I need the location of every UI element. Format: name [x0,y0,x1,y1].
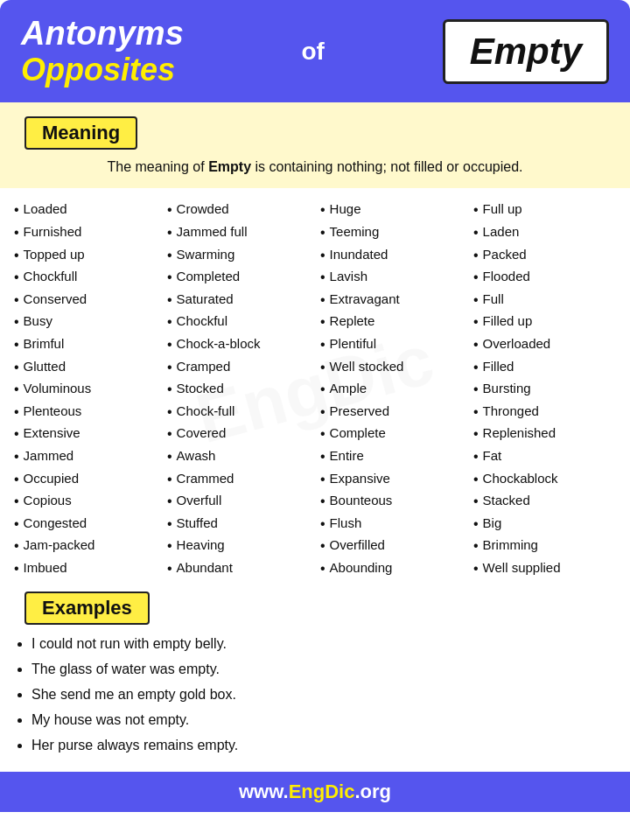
list-item: •Fat [473,445,616,468]
bullet: • [473,535,479,557]
bullet: • [320,333,326,356]
list-item: •Congested [14,513,157,536]
list-item: •Bounteous [320,490,463,513]
list-item: •Chockfull [14,266,157,289]
bullet: • [473,378,479,401]
word-text: Full up [483,199,522,220]
list-item: •Filled [473,356,616,379]
bullet: • [320,289,326,312]
list-item: •Cramped [167,356,310,379]
list-item: •Plentiful [320,333,463,356]
bullet: • [320,468,326,491]
word-text: Full [483,289,504,310]
word-text: Voluminous [24,378,92,399]
list-item: •Crammed [167,468,310,491]
list-item: •Extravagant [320,289,463,312]
meaning-text: The meaning of Empty is containing nothi… [0,150,630,188]
list-item: •Crowded [167,199,310,221]
word-text: Copious [24,490,72,511]
bullet: • [473,289,479,312]
word-text: Completed [177,266,241,287]
word-text: Laden [483,221,520,242]
bullet: • [14,311,19,333]
word-text: Extensive [24,423,80,444]
word-text: Chockful [177,311,228,332]
word-text: Brimful [24,333,65,354]
header-antonyms: Antonyms [21,16,184,52]
list-item: •Flush [320,513,463,536]
word-text: Overfilled [330,535,385,556]
examples-section: Examples I could not run with empty bell… [0,584,630,766]
word-text: Stocked [177,378,224,399]
bullet: • [473,401,479,424]
bullet: • [14,221,19,244]
bullet: • [167,199,172,221]
list-item: •Filled up [473,311,616,333]
list-item: •Conserved [14,289,157,312]
word-text: Stuffed [177,513,218,534]
word-text: Congested [24,513,88,534]
list-item: •Chock-full [167,401,310,424]
word-list-area: EngDic •Loaded•Furnished•Topped up•Chock… [0,193,630,584]
word-text: Inundated [330,244,388,265]
word-text: Flooded [483,266,530,287]
word-text: Furnished [24,221,82,242]
word-column-2: •Huge•Teeming•Inundated•Lavish•Extravaga… [315,197,468,581]
word-text: Packed [483,244,527,265]
word-text: Entire [330,445,364,466]
list-item: •Heaving [167,535,310,557]
list-item: •Busy [14,311,157,333]
word-text: Filled up [483,311,533,332]
bullet: • [167,378,172,401]
bullet: • [14,401,19,424]
example-item: My house was not empty. [32,708,612,733]
example-item: I could not run with empty belly. [32,632,612,657]
word-text: Conserved [24,289,88,310]
bullet: • [473,244,479,267]
list-item: •Plenteous [14,401,157,424]
list-item: •Overfull [167,490,310,513]
list-item: •Abounding [320,557,463,580]
word-text: Fat [483,445,502,466]
list-item: •Thronged [473,401,616,424]
bullet: • [14,244,19,267]
bullet: • [167,490,172,513]
list-item: •Glutted [14,356,157,379]
word-text: Well supplied [483,557,561,578]
word-text: Abounding [330,557,393,578]
list-item: •Chockablock [473,468,616,491]
list-item: •Ample [320,378,463,401]
bullet: • [14,535,19,557]
list-item: •Entire [320,445,463,468]
bullet: • [320,356,326,379]
word-text: Extravagant [330,289,400,310]
word-column-3: •Full up•Laden•Packed•Flooded•Full•Fille… [468,197,621,581]
word-text: Crammed [177,468,234,489]
word-text: Plentiful [330,333,376,354]
bullet: • [320,378,326,401]
word-text: Teeming [330,221,380,242]
meaning-word: Empty [208,159,251,174]
list-item: •Well stocked [320,356,463,379]
columns-grid: •Loaded•Furnished•Topped up•Chockfull•Co… [9,197,621,581]
bullet: • [14,513,19,536]
bullet: • [14,333,19,356]
word-text: Covered [177,423,227,444]
word-text: Crowded [177,199,229,220]
word-text: Bursting [483,378,531,399]
list-item: •Copious [14,490,157,513]
list-item: •Huge [320,199,463,221]
list-item: •Jammed full [167,221,310,244]
bullet: • [473,490,479,513]
list-item: •Topped up [14,244,157,267]
bullet: • [473,311,479,333]
list-item: •Full up [473,199,616,221]
word-text: Chock-a-block [177,333,261,354]
list-item: •Completed [167,266,310,289]
list-item: •Chock-a-block [167,333,310,356]
list-item: •Bursting [473,378,616,401]
word-text: Replete [330,311,375,332]
bullet: • [167,401,172,424]
list-item: •Complete [320,423,463,445]
bullet: • [320,557,326,580]
